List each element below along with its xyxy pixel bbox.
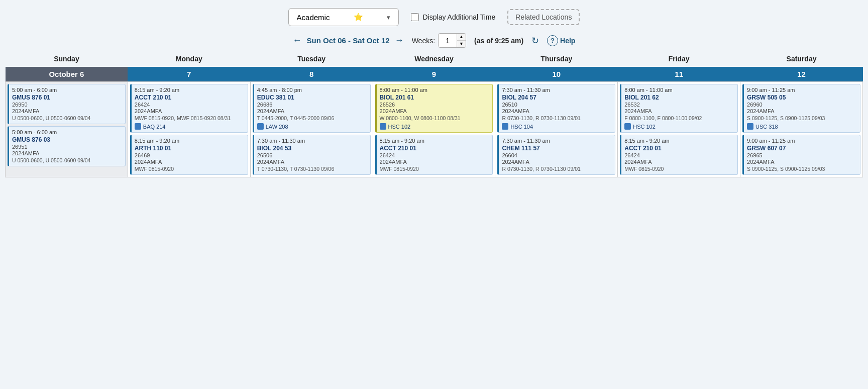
help-link[interactable]: ? Help <box>547 35 575 46</box>
location-icon <box>380 123 386 130</box>
event-biol201-61[interactable]: 8:00 am - 11:00 am BIOL 201 61 26526 202… <box>375 84 493 133</box>
location-name: HSC 102 <box>633 124 656 130</box>
event-schedule: U 0500-0600, U 0500-0600 09/04 <box>12 115 122 121</box>
related-locations-button[interactable]: Related Locations <box>507 9 580 25</box>
event-code2: 2024AMFA <box>12 108 122 114</box>
event-title: CHEM 111 57 <box>502 145 612 152</box>
chevron-down-icon: ▾ <box>387 14 390 21</box>
schedule-label: Academic <box>297 13 330 22</box>
event-schedule: S 0900-1125, S 0900-1125 09/03 <box>747 115 857 121</box>
date-header-oct6: October 6 <box>6 67 128 82</box>
schedule-star: ⭐ <box>354 13 363 22</box>
event-title: GRSW 607 07 <box>747 145 857 152</box>
event-location: USC 318 <box>747 123 857 130</box>
event-biol204-57[interactable]: 7:30 am - 11:30 am BIOL 204 57 26510 202… <box>497 84 615 133</box>
event-code1: 26604 <box>502 152 612 158</box>
date-header-12: 12 <box>740 67 863 82</box>
event-title: GRSW 505 05 <box>747 94 857 101</box>
prev-week-button[interactable]: ← <box>293 35 302 46</box>
event-schedule: W 0800-1100, W 0800-1100 08/31 <box>380 115 490 121</box>
weeks-down-arrow[interactable]: ▼ <box>457 41 466 47</box>
refresh-button[interactable]: ↻ <box>531 35 539 46</box>
event-acct210-01-mon[interactable]: 8:15 am - 9:20 am ACCT 210 01 26424 2024… <box>130 84 248 133</box>
event-title: BIOL 201 61 <box>380 94 490 101</box>
weeks-input[interactable] <box>439 35 457 47</box>
location-icon <box>624 123 631 130</box>
event-time: 8:15 am - 9:20 am <box>135 87 245 93</box>
event-arth110-01[interactable]: 8:15 am - 9:20 am ARTH 110 01 26469 2024… <box>130 135 248 175</box>
event-location: HSC 102 <box>624 123 734 130</box>
event-schedule: R 0730-1130, R 0730-1130 09/01 <box>502 166 612 172</box>
event-educ381-01[interactable]: 4:45 am - 8:00 pm EDUC 381 01 26686 2024… <box>253 84 371 133</box>
event-code2: 2024AMFA <box>502 159 612 165</box>
tuesday-col: 4:45 am - 8:00 pm EDUC 381 01 26686 2024… <box>250 82 373 177</box>
next-week-button[interactable]: → <box>395 35 404 46</box>
date-header-10: 10 <box>495 67 618 82</box>
event-code1: 26424 <box>135 102 245 108</box>
event-code2: 2024AMFA <box>624 159 734 165</box>
event-acct210-01-fri[interactable]: 8:15 am - 9:20 am ACCT 210 01 26424 2024… <box>620 135 738 175</box>
event-schedule: T 0730-1130, T 0730-1130 09/06 <box>257 166 367 172</box>
event-title: GMUS 876 01 <box>12 94 122 101</box>
event-code1: 26965 <box>747 152 857 158</box>
related-locations-label: Related Locations <box>515 13 572 21</box>
event-title: ARTH 110 01 <box>135 145 245 152</box>
event-biol204-53[interactable]: 7:30 am - 11:30 am BIOL 204 53 26506 202… <box>253 135 371 175</box>
event-code1: 26526 <box>380 102 490 108</box>
event-code2: 2024AMFA <box>502 108 612 114</box>
event-gmus876-03[interactable]: 5:00 am - 6:00 am GMUS 876 03 26951 2024… <box>8 126 126 166</box>
additional-time-checkbox[interactable] <box>411 13 419 21</box>
event-biol201-62[interactable]: 8:00 am - 11:00 am BIOL 201 62 26532 202… <box>620 84 738 133</box>
event-grsw607-07[interactable]: 9:00 am - 11:25 am GRSW 607 07 26965 202… <box>742 135 860 175</box>
additional-time-label: Display Additional Time <box>423 13 496 21</box>
top-bar: Academic ⭐ ▾ Display Additional Time Rel… <box>0 0 868 30</box>
saturday-col: 9:00 am - 11:25 am GRSW 505 05 26960 202… <box>740 82 863 177</box>
event-time: 5:00 am - 6:00 am <box>12 87 122 93</box>
location-icon <box>502 123 508 130</box>
event-title: GMUS 876 03 <box>12 136 122 143</box>
event-code1: 26950 <box>12 102 122 108</box>
sunday-col: 5:00 am - 6:00 am GMUS 876 01 26950 2024… <box>6 82 128 177</box>
event-time: 7:30 am - 11:30 am <box>502 87 612 93</box>
weeks-input-wrap: ▲ ▼ <box>438 33 466 48</box>
additional-time-section: Display Additional Time <box>411 13 496 21</box>
date-header-7: 7 <box>128 67 250 82</box>
location-name: USC 318 <box>755 124 778 130</box>
event-title: ACCT 210 01 <box>135 94 245 101</box>
help-icon: ? <box>547 35 558 46</box>
event-grsw505-05[interactable]: 9:00 am - 11:25 am GRSW 505 05 26960 202… <box>742 84 860 133</box>
event-code2: 2024AMFA <box>747 108 857 114</box>
schedule-dropdown[interactable]: Academic ⭐ ▾ <box>288 8 399 26</box>
calendar-row-1: 5:00 am - 6:00 am GMUS 876 01 26950 2024… <box>6 82 863 177</box>
event-gmus876-01[interactable]: 5:00 am - 6:00 am GMUS 876 01 26950 2024… <box>8 84 126 124</box>
event-title: BIOL 204 57 <box>502 94 612 101</box>
weeks-up-arrow[interactable]: ▲ <box>457 34 466 41</box>
help-label: Help <box>560 37 575 45</box>
event-time: 4:45 am - 8:00 pm <box>257 87 367 93</box>
event-time: 5:00 am - 6:00 am <box>12 129 122 135</box>
event-title: ACCT 210 01 <box>624 145 734 152</box>
day-header-monday: Monday <box>128 51 250 67</box>
event-code2: 2024AMFA <box>257 108 367 114</box>
event-acct210-01-wed[interactable]: 8:15 am - 9:20 am ACCT 210 01 26424 2024… <box>375 135 493 175</box>
event-schedule: T 0445-2000, T 0445-2000 09/06 <box>257 115 367 121</box>
calendar-table: Sunday Monday Tuesday Wednesday Thursday… <box>5 51 863 177</box>
event-chem111-57[interactable]: 7:30 am - 11:30 am CHEM 111 57 26604 202… <box>497 135 615 175</box>
wednesday-col: 8:00 am - 11:00 am BIOL 201 61 26526 202… <box>373 82 495 177</box>
location-name: HSC 102 <box>388 124 411 130</box>
event-title: ACCT 210 01 <box>380 145 490 152</box>
event-code2: 2024AMFA <box>380 159 490 165</box>
event-code2: 2024AMFA <box>257 159 367 165</box>
event-code1: 26469 <box>135 152 245 158</box>
week-navigation: ← Sun Oct 06 - Sat Oct 12 → <box>293 35 404 46</box>
day-header-wednesday: Wednesday <box>373 51 495 67</box>
date-headers-row: October 6 7 8 9 10 11 12 <box>6 67 863 82</box>
day-header-saturday: Saturday <box>740 51 863 67</box>
event-schedule: MWF 0815-0920 <box>624 166 734 172</box>
day-header-thursday: Thursday <box>495 51 618 67</box>
date-header-9: 9 <box>373 67 495 82</box>
event-schedule: MWF 0815-0920 <box>135 166 245 172</box>
schedule-selector: Academic ⭐ ▾ <box>288 8 399 26</box>
event-code2: 2024AMFA <box>747 159 857 165</box>
nav-bar: ← Sun Oct 06 - Sat Oct 12 → Weeks: ▲ ▼ (… <box>0 30 868 51</box>
